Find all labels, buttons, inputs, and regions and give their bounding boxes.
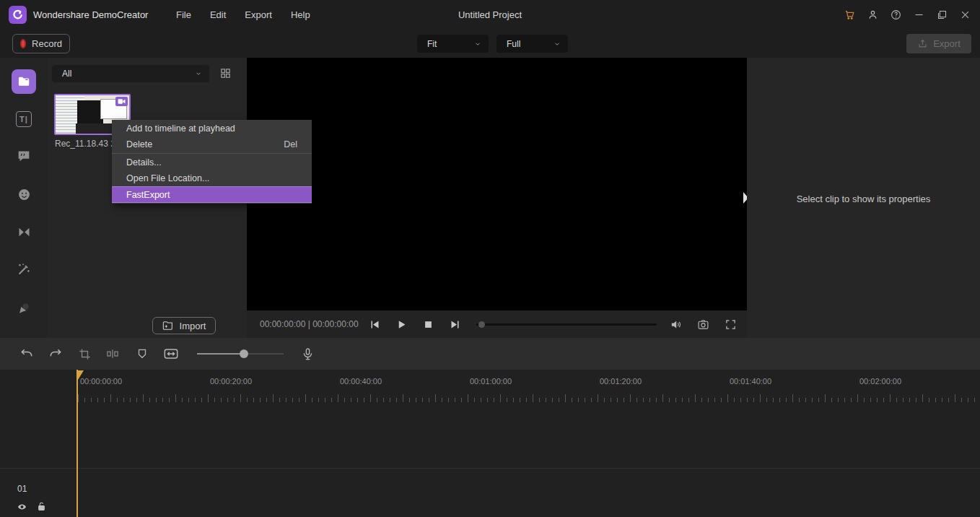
previous-frame-button[interactable]	[369, 319, 380, 330]
microphone-button[interactable]	[299, 345, 316, 362]
ruler-tick	[520, 398, 520, 402]
ruler-tick	[266, 398, 267, 402]
ruler-tick	[468, 394, 468, 402]
ruler-tick	[903, 398, 904, 402]
track-visibility-eye-icon[interactable]	[17, 502, 27, 512]
snapshot-camera-icon[interactable]	[697, 318, 709, 331]
seek-slider-handle[interactable]	[478, 321, 485, 328]
stop-button[interactable]	[423, 319, 434, 330]
ruler-tick	[331, 398, 332, 402]
ruler-tick	[487, 398, 488, 402]
ruler-tick	[292, 398, 293, 402]
ruler-tick	[435, 394, 436, 402]
menu-item-label: Delete	[126, 139, 152, 149]
properties-panel: Select clip to show its properties	[747, 58, 980, 338]
menu-separator	[112, 153, 312, 154]
close-icon[interactable]	[959, 9, 971, 21]
record-label: Record	[32, 38, 62, 49]
timeline-zoom-slider[interactable]	[197, 353, 284, 355]
bowtie-icon	[17, 225, 32, 240]
split-button[interactable]	[104, 345, 121, 362]
ruler-tick	[857, 394, 858, 402]
crop-button[interactable]	[76, 345, 93, 362]
sidebar-item-text[interactable]: T|	[12, 107, 36, 131]
timeline-divider	[0, 468, 980, 469]
ruler-tick	[260, 398, 261, 402]
timeline[interactable]: 00:00:00:0000:00:20:0000:00:40:0000:01:0…	[0, 370, 980, 517]
ruler-tick	[143, 394, 144, 402]
ruler-tick	[877, 398, 878, 402]
grid-view-icon[interactable]	[219, 67, 232, 79]
sidebar-item-media[interactable]	[12, 69, 36, 94]
undo-button[interactable]	[18, 345, 35, 362]
export-button[interactable]: Export	[906, 34, 971, 53]
ruler-tick	[572, 398, 572, 402]
ruler-label: 00:01:20:00	[600, 377, 642, 386]
sidebar-item-effects[interactable]	[12, 257, 36, 282]
minimize-icon[interactable]	[913, 9, 925, 21]
menu-item-delete[interactable]: Delete Del	[112, 136, 312, 152]
ruler-tick	[630, 394, 631, 402]
ruler-tick	[578, 398, 579, 402]
playhead[interactable]	[76, 370, 78, 517]
ruler-tick	[338, 394, 338, 402]
ruler-tick	[273, 394, 274, 402]
menu-item-fastexport[interactable]: FastExport	[112, 186, 312, 203]
menu-edit[interactable]: Edit	[210, 9, 226, 20]
media-filter-value: All	[62, 69, 71, 79]
ruler-tick	[396, 398, 397, 402]
menu-item-label: Details...	[126, 157, 162, 168]
menu-file[interactable]: File	[176, 9, 191, 20]
record-button[interactable]: Record	[12, 34, 70, 53]
ruler-tick	[942, 398, 942, 402]
resolution-dropdown[interactable]: Full	[496, 35, 568, 53]
ruler-tick	[799, 398, 800, 402]
ruler-tick	[916, 398, 916, 402]
ruler-tick	[734, 398, 735, 402]
help-icon[interactable]	[890, 9, 902, 21]
ruler-tick	[169, 398, 170, 402]
ruler-tick	[896, 398, 897, 402]
menu-item-add-to-timeline[interactable]: Add to timeline at playhead	[112, 121, 312, 136]
ruler-tick	[779, 398, 780, 402]
import-button[interactable]: Import	[152, 317, 216, 334]
maximize-icon[interactable]	[936, 9, 948, 21]
smiley-icon	[17, 187, 32, 202]
menu-help[interactable]: Help	[291, 9, 310, 20]
sidebar-item-transitions[interactable]	[12, 220, 36, 244]
menu-item-details[interactable]: Details...	[112, 155, 312, 170]
ruler-tick	[422, 398, 423, 402]
account-icon[interactable]	[867, 9, 879, 21]
ruler-tick	[753, 398, 754, 402]
ruler-tick	[708, 398, 709, 402]
ruler-tick	[188, 398, 189, 402]
timecode-display: 00:00:00:00 | 00:00:00:00	[260, 319, 359, 329]
media-filter-dropdown[interactable]: All	[52, 65, 209, 82]
redo-button[interactable]	[47, 345, 64, 362]
cart-icon[interactable]	[844, 9, 856, 21]
sidebar-item-captions[interactable]	[12, 144, 36, 168]
timeline-zoom-handle[interactable]	[240, 349, 248, 358]
track-lock-icon[interactable]	[37, 501, 46, 512]
ruler-tick	[149, 398, 150, 402]
menu-item-open-file-location[interactable]: Open File Location...	[112, 170, 312, 186]
ruler-tick	[370, 394, 371, 402]
fullscreen-icon[interactable]	[725, 318, 737, 331]
sidebar-item-cursor[interactable]	[12, 296, 36, 321]
ruler-tick	[175, 394, 176, 402]
marker-button[interactable]	[134, 345, 151, 362]
ruler-tick	[279, 398, 280, 402]
next-frame-button[interactable]	[450, 319, 460, 330]
ruler-tick	[955, 394, 955, 402]
menu-item-label: FastExport	[126, 190, 170, 200]
play-button[interactable]	[396, 319, 407, 330]
ruler-tick	[156, 398, 157, 402]
fit-dropdown[interactable]: Fit	[417, 35, 489, 53]
sidebar-item-stickers[interactable]	[12, 182, 36, 207]
volume-icon[interactable]	[670, 318, 682, 331]
video-preview[interactable]	[247, 58, 747, 310]
fit-timeline-button[interactable]	[162, 345, 180, 362]
seek-slider[interactable]	[476, 323, 657, 326]
menu-item-shortcut: Del	[284, 139, 297, 149]
menu-export[interactable]: Export	[245, 9, 272, 20]
